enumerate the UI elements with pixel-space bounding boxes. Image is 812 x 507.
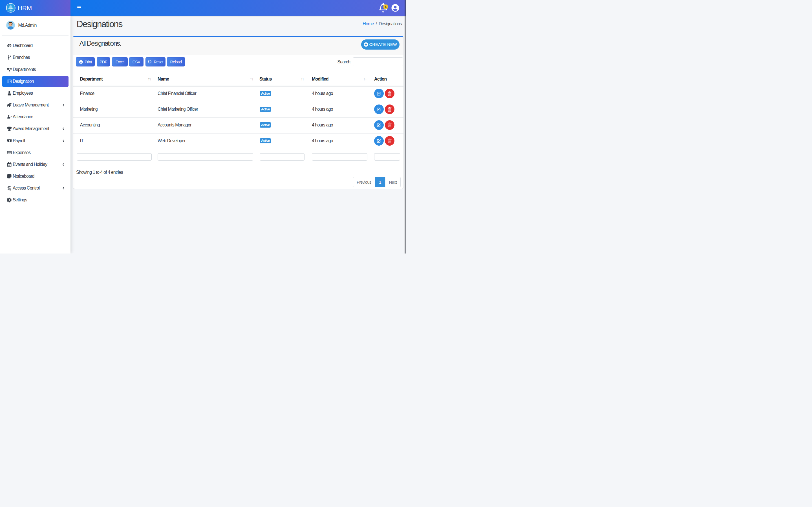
svg-text:HRM: HRM — [9, 10, 12, 11]
